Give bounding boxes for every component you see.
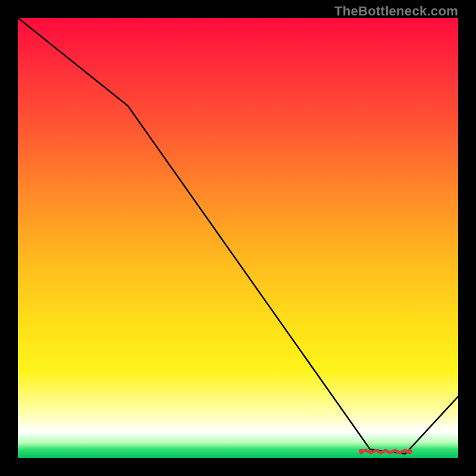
watermark-text: TheBottleneck.com bbox=[334, 4, 458, 19]
marker-squiggle-path bbox=[361, 450, 409, 453]
chart-overlay bbox=[18, 18, 458, 458]
chart-frame: TheBottleneck.com bbox=[0, 0, 476, 476]
line-series bbox=[18, 18, 458, 454]
series-line bbox=[18, 18, 458, 454]
marker-endpoint bbox=[359, 449, 364, 454]
marker-endpoint bbox=[407, 449, 412, 454]
